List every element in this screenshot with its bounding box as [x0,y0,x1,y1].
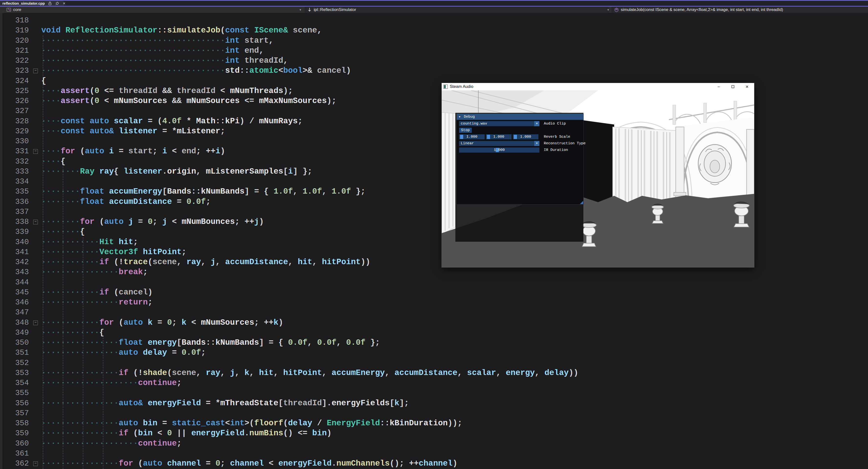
line-number[interactable]: 339 [0,227,29,237]
code-line[interactable]: 356················auto& energyField = *… [0,398,868,408]
close-icon[interactable]: ✕ [63,1,65,5]
debug-panel-header[interactable]: ▼ Debug [457,114,583,120]
fold-marker[interactable]: − [33,220,38,224]
chevron-down-icon[interactable]: ▼ [299,7,302,13]
reverb-scale-slider-2[interactable]: 1.000 [486,134,512,139]
pin-icon[interactable] [55,1,59,5]
line-number[interactable]: 334 [0,176,29,187]
code-line[interactable]: 320·····································… [0,36,868,46]
line-number[interactable]: 333 [0,167,29,176]
line-number[interactable]: 328 [0,116,29,126]
fold-marker[interactable]: − [33,321,38,325]
reconstruction-combo[interactable]: Linear ▼ [459,141,539,146]
code-line[interactable]: 361 [0,448,868,459]
line-number[interactable]: 335 [0,187,29,197]
line-number[interactable]: 356 [0,398,29,408]
line-number[interactable]: 332 [0,157,29,167]
line-number[interactable]: 324 [0,76,29,86]
fold-marker[interactable]: − [33,69,38,73]
line-number[interactable]: 331 [0,146,29,156]
code-line[interactable]: 350················float energy[Bands::k… [0,338,868,348]
stop-button[interactable]: Stop [459,128,472,133]
line-number[interactable]: 343 [0,267,29,277]
line-number[interactable]: 361 [0,448,29,459]
line-number[interactable]: 348 [0,317,29,328]
line-number[interactable]: 357 [0,408,29,418]
code-line[interactable]: 353················if (!shade(scene, ray… [0,368,868,378]
line-number[interactable]: 352 [0,358,29,368]
method-context-dropdown[interactable]: simulateJob(const IScene & scene, Array<… [612,7,868,13]
window-title-bar[interactable]: Steam Audio – ✕ [442,83,754,91]
line-number[interactable]: 330 [0,136,29,146]
code-line[interactable]: 344 [0,277,868,287]
line-number[interactable]: 362 [0,459,29,469]
combo-arrow-icon[interactable]: ▼ [534,141,539,146]
project-selector[interactable]: core [6,7,21,13]
line-number[interactable]: 359 [0,428,29,438]
code-line[interactable]: 352 [0,358,868,368]
line-number[interactable]: 319 [0,25,29,35]
audio-clip-combo[interactable]: counting.wav ▼ [459,121,539,126]
code-line[interactable]: 351················auto delay = 0.0f; [0,348,868,358]
line-number[interactable]: 354 [0,378,29,388]
lock-icon[interactable] [48,1,52,5]
code-line[interactable]: 322·····································… [0,56,868,66]
combo-arrow-icon[interactable]: ▼ [534,121,539,126]
line-number[interactable]: 344 [0,277,29,287]
line-number[interactable]: 321 [0,46,29,56]
code-line[interactable]: 359················if (bin < 0 || energy… [0,428,868,438]
fold-marker[interactable]: − [33,462,38,466]
resize-grip-icon[interactable] [580,201,583,204]
symbol-context-dropdown[interactable]: ipl::ReflectionSimulator [305,7,609,13]
line-number[interactable]: 347 [0,307,29,317]
fold-marker[interactable]: − [33,149,38,154]
line-number[interactable]: 350 [0,338,29,348]
line-number[interactable]: 351 [0,348,29,358]
line-number[interactable]: 320 [0,36,29,46]
line-number[interactable]: 346 [0,297,29,307]
minimize-button[interactable]: – [712,83,726,90]
line-number[interactable]: 353 [0,368,29,378]
ir-duration-slider[interactable]: 1.000 [459,147,539,153]
code-line[interactable]: 362−················for (auto channel = … [0,459,868,469]
code-line[interactable]: 346················return; [0,297,868,307]
line-number[interactable]: 342 [0,257,29,267]
line-number[interactable]: 337 [0,207,29,217]
line-number[interactable]: 360 [0,438,29,448]
line-number[interactable]: 323 [0,66,29,76]
close-button[interactable]: ✕ [740,83,754,90]
tab-reflection-simulator[interactable]: reflection_simulator.cpp ✕ [0,1,64,6]
line-number[interactable]: 358 [0,418,29,428]
collapse-arrow-icon[interactable]: ▼ [459,115,461,119]
code-line[interactable]: 347 [0,307,868,317]
line-number[interactable]: 336 [0,197,29,207]
line-number[interactable]: 338 [0,217,29,227]
code-line[interactable]: 355 [0,388,868,398]
line-number[interactable]: 322 [0,56,29,66]
code-line[interactable]: 318 [0,15,868,25]
line-number[interactable]: 340 [0,237,29,247]
line-number[interactable]: 325 [0,86,29,96]
line-number[interactable]: 318 [0,15,29,25]
code-line[interactable]: 360····················continue; [0,438,868,448]
line-number[interactable]: 327 [0,106,29,116]
line-number[interactable]: 341 [0,247,29,257]
reverb-scale-slider-1[interactable]: 1.000 [459,134,485,139]
code-line[interactable]: 323−····································… [0,66,868,76]
code-line[interactable]: 321·····································… [0,46,868,56]
code-line[interactable]: 348−············for (auto k = 0; k < mNu… [0,317,868,328]
line-number[interactable]: 326 [0,96,29,106]
maximize-button[interactable] [726,83,740,90]
line-number[interactable]: 349 [0,328,29,338]
code-line[interactable]: 349············{ [0,328,868,338]
code-line[interactable]: 354····················continue; [0,378,868,388]
reverb-scale-slider-3[interactable]: 1.000 [513,134,538,139]
render-viewport[interactable]: ▼ Debug counting.wav ▼ Audio Clip Stop [442,90,754,267]
code-line[interactable]: 357 [0,408,868,418]
code-line[interactable]: 343················break; [0,267,868,277]
line-number[interactable]: 329 [0,126,29,136]
line-number[interactable]: 345 [0,287,29,297]
code-line[interactable]: 319void ReflectionSimulator::simulateJob… [0,25,868,35]
code-line[interactable]: 358················auto bin = static_cas… [0,418,868,428]
chevron-down-icon[interactable]: ▼ [607,7,610,13]
